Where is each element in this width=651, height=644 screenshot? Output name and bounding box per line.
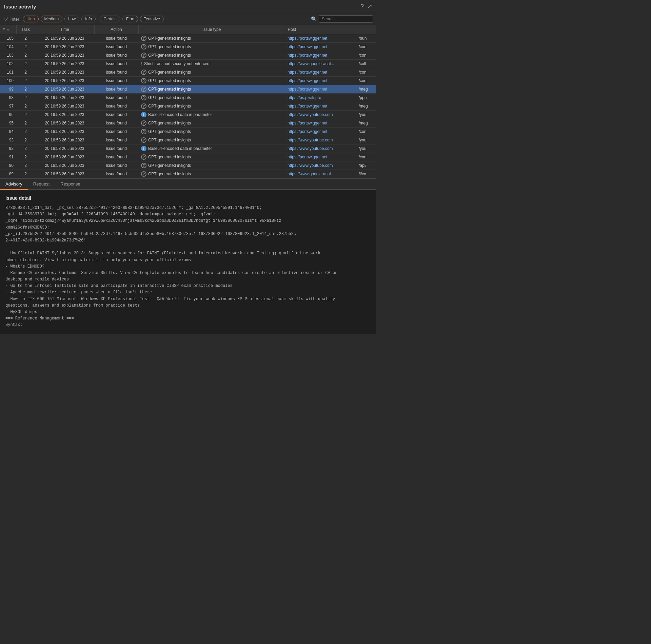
cell-task: 2 xyxy=(16,161,35,170)
table-row[interactable]: 91 2 20:16:58 26 Jun 2023 Issue found ? … xyxy=(0,153,376,161)
table-row[interactable]: 95 2 20:16:58 26 Jun 2023 Issue found ? … xyxy=(0,119,376,128)
table-row[interactable]: 101 2 20:16:59 26 Jun 2023 Issue found ?… xyxy=(0,68,376,77)
issuetype-text: Base64-encoded data in parameter xyxy=(148,112,212,117)
issuetype-text: GPT-generated insights xyxy=(148,78,191,83)
cell-num: 92 xyxy=(0,144,16,153)
table-row[interactable]: 103 2 20:16:59 26 Jun 2023 Issue found ?… xyxy=(0,51,376,60)
cell-num: 95 xyxy=(0,119,16,128)
table-row[interactable]: 104 2 20:16:59 26 Jun 2023 Issue found ?… xyxy=(0,43,376,51)
table-row[interactable]: 92 2 20:16:58 26 Jun 2023 Issue found i … xyxy=(0,144,376,153)
col-header-num[interactable]: # ∨ xyxy=(0,25,16,34)
cell-issuetype: ? GPT-generated insights xyxy=(138,85,285,94)
cell-action: Issue found xyxy=(94,136,138,144)
question-icon: ? xyxy=(141,103,146,109)
tab-bar: Advisory Request Response xyxy=(0,179,376,190)
cell-time: 20:16:58 26 Jun 2023 xyxy=(35,136,94,144)
cell-time: 20:16:59 26 Jun 2023 xyxy=(35,60,94,68)
table-row[interactable]: 89 2 20:16:58 26 Jun 2023 Issue found ? … xyxy=(0,170,376,178)
cell-issuetype: i Base64-encoded data in parameter xyxy=(138,111,285,119)
search-input[interactable] xyxy=(319,15,373,23)
cell-issuetype: ? GPT-generated insights xyxy=(138,94,285,102)
col-header-time[interactable]: Time xyxy=(35,25,94,34)
cell-issuetype: ? GPT-generated insights xyxy=(138,153,285,161)
cell-num: 91 xyxy=(0,153,16,161)
cell-issuetype: ? GPT-generated insights xyxy=(138,68,285,77)
question-icon: ? xyxy=(141,120,146,126)
question-icon: ? xyxy=(141,154,146,160)
table-row[interactable]: 93 2 20:16:58 26 Jun 2023 Issue found ? … xyxy=(0,136,376,144)
cell-time: 20:16:58 26 Jun 2023 xyxy=(35,153,94,161)
badge-certain[interactable]: Certain xyxy=(100,16,120,22)
col-header-issuetype[interactable]: Issue type xyxy=(138,25,285,34)
issuetype-text: GPT-generated insights xyxy=(148,87,191,92)
cell-issuetype: ? GPT-generated insights xyxy=(138,161,285,170)
cell-issuetype: ? GPT-generated insights xyxy=(138,34,285,43)
cell-issuetype: ? GPT-generated insights xyxy=(138,51,285,60)
table-row[interactable]: 97 2 20:16:59 26 Jun 2023 Issue found ? … xyxy=(0,102,376,111)
table-row[interactable]: 94 2 20:16:58 26 Jun 2023 Issue found ? … xyxy=(0,128,376,136)
cell-issuetype: ? GPT-generated insights xyxy=(138,128,285,136)
col-header-action[interactable]: Action xyxy=(94,25,138,34)
cell-time: 20:16:58 26 Jun 2023 xyxy=(35,144,94,153)
cell-host: https://portswigger.net xyxy=(285,43,356,51)
tab-response[interactable]: Response xyxy=(55,179,86,190)
cell-action: Issue found xyxy=(94,77,138,85)
cell-time: 20:16:58 26 Jun 2023 xyxy=(35,111,94,119)
cell-task: 2 xyxy=(16,77,35,85)
cell-host: https://portswigger.net xyxy=(285,85,356,94)
cell-action: Issue found xyxy=(94,94,138,102)
badge-firm[interactable]: Firm xyxy=(122,16,138,22)
issuetype-text: GPT-generated insights xyxy=(148,44,191,49)
table-row[interactable]: 98 2 20:16:59 26 Jun 2023 Issue found ? … xyxy=(0,94,376,102)
badge-low[interactable]: Low xyxy=(64,16,79,22)
table-row[interactable]: 100 2 20:16:59 26 Jun 2023 Issue found ?… xyxy=(0,77,376,85)
question-icon: ? xyxy=(141,129,146,134)
cell-host: https://www.youtube.com xyxy=(285,136,356,144)
issuetype-text: GPT-generated insights xyxy=(148,163,191,168)
cell-num: 98 xyxy=(0,94,16,102)
cell-num: 101 xyxy=(0,68,16,77)
question-icon: ? xyxy=(141,53,146,58)
badge-tentative[interactable]: Tentative xyxy=(140,16,164,22)
issuetype-text: GPT-generated insights xyxy=(148,53,191,58)
table-row[interactable]: 102 2 20:16:59 26 Jun 2023 Issue found !… xyxy=(0,60,376,68)
cell-path: /coll xyxy=(356,60,376,68)
bottom-panel: Advisory Request Response Issue detail 8… xyxy=(0,179,376,334)
detail-title: Issue detail xyxy=(5,195,371,201)
expand-icon[interactable]: ⤢ xyxy=(367,3,372,10)
badge-high[interactable]: High xyxy=(23,16,39,22)
cell-path: /you xyxy=(356,136,376,144)
filter-label: ⛉ Filter xyxy=(3,16,19,22)
detail-panel: Issue detail 87806923.1_2014_dat; _pk_se… xyxy=(0,190,376,334)
badge-info[interactable]: Info xyxy=(81,16,96,22)
help-icon[interactable]: ? xyxy=(360,3,364,10)
cell-task: 2 xyxy=(16,111,35,119)
issue-table-container: # ∨ Task Time Action Issue type Host 105… xyxy=(0,25,376,179)
col-header-task[interactable]: Task xyxy=(16,25,35,34)
detail-content: 87806923.1_2014_dat; _pk_ses.287552c2-49… xyxy=(5,205,371,329)
table-row[interactable]: 96 2 20:16:58 26 Jun 2023 Issue found i … xyxy=(0,111,376,119)
cell-time: 20:16:58 26 Jun 2023 xyxy=(35,128,94,136)
cell-task: 2 xyxy=(16,153,35,161)
cell-task: 2 xyxy=(16,60,35,68)
table-row[interactable]: 105 2 20:16:59 26 Jun 2023 Issue found ?… xyxy=(0,34,376,43)
cell-host: https://portswigger.net xyxy=(285,77,356,85)
search-icon[interactable]: 🔍 xyxy=(311,16,317,22)
badge-medium[interactable]: Medium xyxy=(41,16,63,22)
issuetype-text: Strict transport security not enforced xyxy=(144,61,210,66)
table-row[interactable]: 90 2 20:16:58 26 Jun 2023 Issue found ? … xyxy=(0,161,376,170)
cell-num: 105 xyxy=(0,34,16,43)
table-row[interactable]: 99 2 20:16:59 26 Jun 2023 Issue found ? … xyxy=(0,85,376,94)
tab-advisory[interactable]: Advisory xyxy=(0,179,28,190)
cell-time: 20:16:59 26 Jun 2023 xyxy=(35,85,94,94)
cell-time: 20:16:59 26 Jun 2023 xyxy=(35,34,94,43)
col-header-host[interactable]: Host xyxy=(285,25,356,34)
cell-action: Issue found xyxy=(94,60,138,68)
cell-time: 20:16:59 26 Jun 2023 xyxy=(35,102,94,111)
issuetype-text: GPT-generated insights xyxy=(148,121,191,125)
cell-time: 20:16:59 26 Jun 2023 xyxy=(35,77,94,85)
tab-request[interactable]: Request xyxy=(28,179,55,190)
table-header-row: # ∨ Task Time Action Issue type Host xyxy=(0,25,376,34)
cell-path: /you xyxy=(356,144,376,153)
cell-host: https://portswigger.net xyxy=(285,51,356,60)
